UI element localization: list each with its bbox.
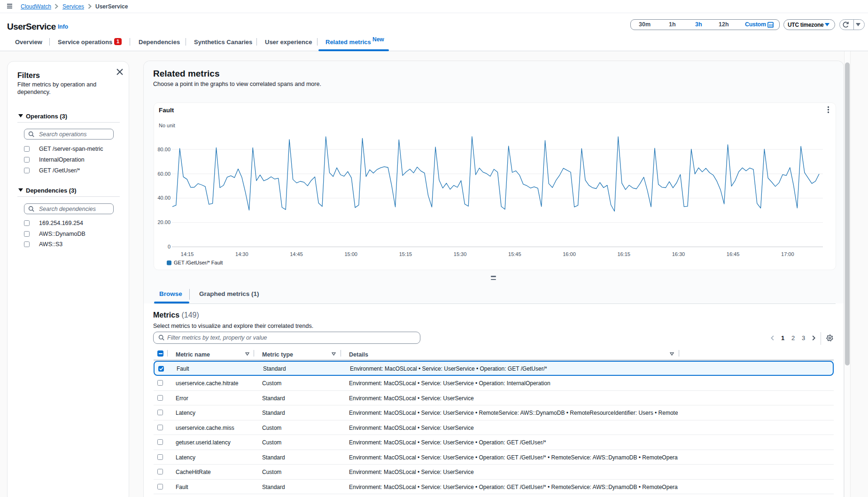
svg-text:15:15: 15:15 bbox=[399, 251, 412, 257]
svg-text:16:45: 16:45 bbox=[727, 251, 740, 257]
svg-text:16:15: 16:15 bbox=[617, 251, 630, 257]
svg-text:40.00: 40.00 bbox=[157, 195, 170, 201]
svg-text:16:30: 16:30 bbox=[672, 251, 685, 257]
svg-text:20.00: 20.00 bbox=[157, 219, 170, 225]
svg-text:No unit: No unit bbox=[159, 123, 175, 128]
svg-text:17:00: 17:00 bbox=[781, 251, 794, 257]
svg-text:15:45: 15:45 bbox=[508, 251, 521, 257]
svg-text:14:45: 14:45 bbox=[290, 251, 303, 257]
svg-text:14:30: 14:30 bbox=[235, 251, 248, 257]
svg-text:15:30: 15:30 bbox=[454, 251, 467, 257]
svg-text:14:15: 14:15 bbox=[181, 251, 194, 257]
svg-text:60.00: 60.00 bbox=[157, 171, 170, 177]
svg-text:80.00: 80.00 bbox=[157, 147, 170, 152]
svg-text:15:00: 15:00 bbox=[344, 251, 357, 257]
svg-text:GET /GetUser/* Fault: GET /GetUser/* Fault bbox=[174, 260, 223, 265]
svg-text:16:00: 16:00 bbox=[563, 251, 576, 257]
svg-text:0: 0 bbox=[168, 244, 170, 249]
